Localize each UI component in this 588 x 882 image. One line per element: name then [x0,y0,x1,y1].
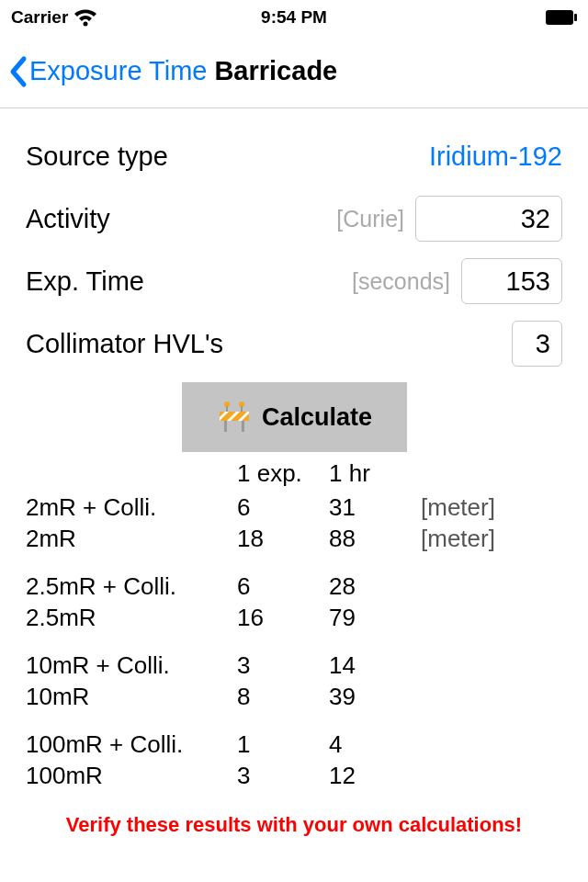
col-1exp: 1 exp. [237,459,329,488]
activity-row: Activity [Curie] 32 [26,187,562,250]
results-group-25mr: 2.5mR + Colli. 6 28 2.5mR 16 79 [26,571,562,650]
nav-bar: Exposure Time Barricade [0,35,588,108]
row-hr: 31 [329,492,421,523]
wifi-icon [74,8,97,27]
battery-icon [546,10,577,25]
svg-rect-6 [241,406,243,412]
row-label: 2.5mR [26,602,237,633]
results-group-10mr: 10mR + Colli. 3 14 10mR 8 39 [26,650,562,729]
calculate-label: Calculate [262,403,372,432]
row-exp: 3 [237,650,329,681]
svg-rect-13 [242,421,244,432]
collimator-input[interactable]: 3 [512,321,562,367]
calculate-button[interactable]: Calculate [182,382,407,452]
row-label: 100mR + Colli. [26,729,237,760]
row-label: 2mR + Colli. [26,492,237,523]
col-1hr: 1 hr [329,459,421,488]
row-unit: [meter] [421,523,522,554]
row-hr: 12 [329,760,421,791]
barricade-icon [216,399,253,435]
svg-rect-5 [226,406,228,412]
source-type-label: Source type [26,141,168,172]
row-label: 10mR [26,681,237,712]
status-time: 9:54 PM [261,7,327,28]
exptime-input[interactable]: 153 [461,258,562,304]
svg-rect-1 [546,10,573,25]
status-right [546,10,577,25]
activity-unit: [Curie] [336,206,404,232]
collimator-label: Collimator HVL's [26,329,223,359]
row-label: 10mR + Colli. [26,650,237,681]
row-hr: 79 [329,602,421,633]
row-exp: 6 [237,571,329,602]
exptime-unit: [seconds] [352,268,450,295]
row-exp: 8 [237,681,329,712]
form-area: Source type Iridium-192 Activity [Curie]… [0,108,588,375]
row-hr: 88 [329,523,421,554]
row-hr: 14 [329,650,421,681]
row-hr: 28 [329,571,421,602]
collimator-row: Collimator HVL's 3 [26,312,562,375]
status-left: Carrier [11,7,97,28]
back-button[interactable]: Exposure Time [7,55,207,88]
row-exp: 3 [237,760,329,791]
row-exp: 18 [237,523,329,554]
row-exp: 6 [237,492,329,523]
svg-point-0 [84,22,88,27]
row-label: 2.5mR + Colli. [26,571,237,602]
activity-label: Activity [26,204,110,234]
row-hr: 39 [329,681,421,712]
svg-rect-12 [224,421,227,432]
source-type-value[interactable]: Iridium-192 [429,141,562,172]
svg-rect-2 [574,14,577,21]
carrier-label: Carrier [11,7,68,28]
row-exp: 16 [237,602,329,633]
chevron-left-icon [7,55,28,88]
activity-input[interactable]: 32 [415,196,562,242]
row-unit: [meter] [421,492,522,523]
row-label: 100mR [26,760,237,791]
back-label: Exposure Time [29,56,207,86]
source-type-row: Source type Iridium-192 [26,125,562,187]
status-bar: Carrier 9:54 PM [0,0,588,35]
row-hr: 4 [329,729,421,760]
results-header: 1 exp. 1 hr [26,459,562,492]
disclaimer-text: Verify these results with your own calcu… [0,808,588,837]
exptime-row: Exp. Time [seconds] 153 [26,250,562,312]
row-exp: 1 [237,729,329,760]
results-group-2mr: 2mR + Colli. 6 31 [meter] 2mR 18 88 [met… [26,492,562,571]
row-label: 2mR [26,523,237,554]
results-table: 1 exp. 1 hr 2mR + Colli. 6 31 [meter] 2m… [0,452,588,808]
page-title: Barricade [214,56,337,86]
exptime-label: Exp. Time [26,266,144,297]
results-group-100mr: 100mR + Colli. 1 4 100mR 3 12 [26,729,562,808]
